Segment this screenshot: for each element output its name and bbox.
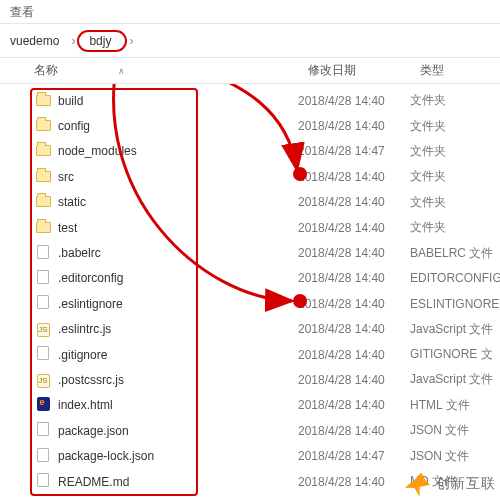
file-name: src	[58, 170, 298, 184]
column-type[interactable]: 类型	[412, 62, 492, 79]
watermark: 创新互联	[406, 472, 496, 496]
file-row[interactable]: .editorconfig2018/4/28 14:40EDITORCONFIG	[0, 266, 500, 291]
file-type: JSON 文件	[410, 448, 500, 465]
file-name: .eslintignore	[58, 297, 298, 311]
file-row[interactable]: static2018/4/28 14:40文件夹	[0, 190, 500, 215]
watermark-text: 创新互联	[436, 475, 496, 493]
file-type: 文件夹	[410, 118, 500, 135]
column-mdate[interactable]: 修改日期	[300, 62, 412, 79]
file-name: build	[58, 94, 298, 108]
file-date: 2018/4/28 14:40	[298, 475, 410, 489]
chevron-right-icon: ›	[69, 34, 77, 48]
menu-view[interactable]: 查看	[10, 5, 34, 19]
file-row[interactable]: node_modules2018/4/28 14:47文件夹	[0, 139, 500, 164]
file-type: JavaScript 文件	[410, 321, 500, 338]
file-date: 2018/4/28 14:40	[298, 373, 410, 387]
file-row[interactable]: .gitignore2018/4/28 14:40GITIGNORE 文	[0, 342, 500, 367]
folder-icon	[36, 196, 51, 207]
file-name: .postcssrc.js	[58, 373, 298, 387]
file-type: HTML 文件	[410, 397, 500, 414]
js-icon: JS	[37, 374, 50, 388]
file-icon	[37, 473, 49, 487]
file-name: .gitignore	[58, 348, 298, 362]
folder-icon	[36, 222, 51, 233]
folder-icon	[36, 145, 51, 156]
file-row[interactable]: build2018/4/28 14:40文件夹	[0, 88, 500, 113]
watermark-logo-icon	[403, 469, 432, 498]
file-date: 2018/4/28 14:47	[298, 449, 410, 463]
file-type: 文件夹	[410, 168, 500, 185]
file-date: 2018/4/28 14:47	[298, 144, 410, 158]
file-date: 2018/4/28 14:40	[298, 94, 410, 108]
file-name: .babelrc	[58, 246, 298, 260]
file-type: 文件夹	[410, 219, 500, 236]
file-name: static	[58, 195, 298, 209]
file-row[interactable]: config2018/4/28 14:40文件夹	[0, 113, 500, 138]
file-type: EDITORCONFIG	[410, 271, 500, 285]
file-type: GITIGNORE 文	[410, 346, 500, 363]
file-row[interactable]: JS.eslintrc.js2018/4/28 14:40JavaScript …	[0, 317, 500, 342]
file-type: BABELRC 文件	[410, 245, 500, 262]
file-row[interactable]: package.json2018/4/28 14:40JSON 文件	[0, 418, 500, 443]
file-type: 文件夹	[410, 194, 500, 211]
file-date: 2018/4/28 14:40	[298, 246, 410, 260]
folder-icon	[36, 171, 51, 182]
breadcrumb-current[interactable]: bdjy	[77, 30, 127, 52]
file-name: config	[58, 119, 298, 133]
file-date: 2018/4/28 14:40	[298, 424, 410, 438]
file-type: ESLINTIGNORE	[410, 297, 500, 311]
file-row[interactable]: .eslintignore2018/4/28 14:40ESLINTIGNORE	[0, 291, 500, 316]
file-row[interactable]: .babelrc2018/4/28 14:40BABELRC 文件	[0, 240, 500, 265]
file-name: .editorconfig	[58, 271, 298, 285]
file-list: build2018/4/28 14:40文件夹config2018/4/28 1…	[0, 84, 500, 500]
file-date: 2018/4/28 14:40	[298, 322, 410, 336]
file-date: 2018/4/28 14:40	[298, 348, 410, 362]
column-name[interactable]: 名称 ∧	[0, 62, 300, 79]
file-name: README.md	[58, 475, 298, 489]
file-name: index.html	[58, 398, 298, 412]
file-icon	[37, 270, 49, 284]
file-icon	[37, 448, 49, 462]
file-name: test	[58, 221, 298, 235]
file-row[interactable]: package-lock.json2018/4/28 14:47JSON 文件	[0, 443, 500, 468]
html-icon	[37, 397, 50, 411]
file-type: 文件夹	[410, 92, 500, 109]
file-name: .eslintrc.js	[58, 322, 298, 336]
file-date: 2018/4/28 14:40	[298, 221, 410, 235]
sort-asc-icon: ∧	[118, 66, 125, 76]
breadcrumb[interactable]: vuedemo › bdjy ›	[0, 24, 500, 58]
column-name-label: 名称	[34, 62, 58, 79]
folder-icon	[36, 95, 51, 106]
file-icon	[37, 346, 49, 360]
file-icon	[37, 295, 49, 309]
file-date: 2018/4/28 14:40	[298, 398, 410, 412]
file-date: 2018/4/28 14:40	[298, 297, 410, 311]
file-type: JSON 文件	[410, 422, 500, 439]
file-icon	[37, 422, 49, 436]
menu-bar: 查看	[0, 0, 500, 24]
file-icon	[37, 245, 49, 259]
file-date: 2018/4/28 14:40	[298, 119, 410, 133]
file-name: package.json	[58, 424, 298, 438]
folder-icon	[36, 120, 51, 131]
chevron-right-icon: ›	[127, 34, 135, 48]
file-row[interactable]: src2018/4/28 14:40文件夹	[0, 164, 500, 189]
file-name: node_modules	[58, 144, 298, 158]
file-row[interactable]: test2018/4/28 14:40文件夹	[0, 215, 500, 240]
file-type: 文件夹	[410, 143, 500, 160]
breadcrumb-parent[interactable]: vuedemo	[4, 30, 69, 52]
file-date: 2018/4/28 14:40	[298, 170, 410, 184]
file-date: 2018/4/28 14:40	[298, 195, 410, 209]
file-type: JavaScript 文件	[410, 371, 500, 388]
file-row[interactable]: JS.postcssrc.js2018/4/28 14:40JavaScript…	[0, 367, 500, 392]
file-row[interactable]: index.html2018/4/28 14:40HTML 文件	[0, 393, 500, 418]
column-headers: 名称 ∧ 修改日期 类型	[0, 58, 500, 84]
file-name: package-lock.json	[58, 449, 298, 463]
js-icon: JS	[37, 323, 50, 337]
file-date: 2018/4/28 14:40	[298, 271, 410, 285]
